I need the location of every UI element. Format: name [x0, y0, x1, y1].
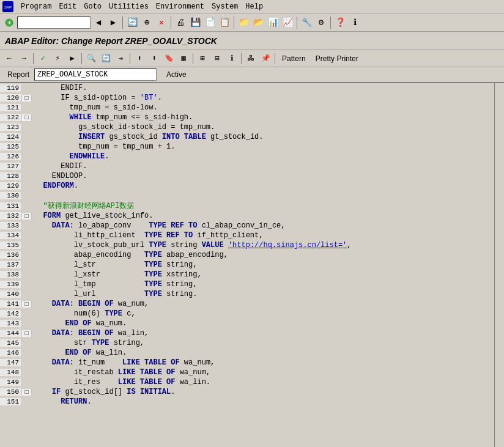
- table-row: 139 l_tmp TYPE string,: [0, 279, 494, 289]
- help-btn[interactable]: ❓: [333, 16, 347, 29]
- sep1: [122, 17, 123, 29]
- line-content: str TYPE string,: [32, 339, 494, 347]
- line-number: 131: [0, 202, 22, 210]
- table-row: 151 RETURN.: [0, 397, 494, 407]
- indent-btn[interactable]: ⇥: [114, 52, 127, 65]
- menu-program[interactable]: Program: [21, 2, 51, 11]
- merge-btn[interactable]: ⊟: [210, 52, 224, 65]
- table-row: 124 INSERT gs_stock_id INTO TABLE gt_sto…: [0, 132, 494, 142]
- btn5[interactable]: 📂: [251, 16, 265, 29]
- line-content: END OF wa_num.: [32, 319, 494, 328]
- table-row: 147 DATA: it_num LIKE TABLE OF wa_num,: [0, 358, 494, 368]
- info-btn[interactable]: ℹ: [348, 16, 361, 29]
- upload-btn[interactable]: ⬆: [133, 52, 146, 65]
- line-number: 123: [0, 124, 22, 131]
- line-number: 142: [0, 310, 22, 317]
- btn3[interactable]: ✕: [155, 16, 168, 29]
- line-content: FORM get_live_stock_info.: [32, 212, 494, 220]
- line-number: 145: [0, 339, 22, 347]
- save2-btn[interactable]: 📄: [203, 16, 217, 29]
- expand-icon[interactable]: □: [22, 301, 32, 308]
- menu-environment[interactable]: Environment: [156, 2, 204, 11]
- main-content: 119 ENDIF.120□ IF s_sid-option = 'BT'.12…: [0, 83, 504, 447]
- test-btn[interactable]: ▶: [65, 52, 79, 65]
- print-btn[interactable]: 🖨: [174, 16, 187, 29]
- download-btn[interactable]: ⬇: [147, 52, 161, 65]
- table-row: 119 ENDIF.: [0, 83, 494, 93]
- check-btn[interactable]: ✓: [36, 52, 50, 65]
- table-row: 129 ENDFORM.: [0, 181, 494, 191]
- line-number: 124: [0, 133, 22, 141]
- sep5: [330, 17, 331, 29]
- pattern-button[interactable]: Pattern: [278, 52, 310, 65]
- replace-btn[interactable]: 🔄: [99, 52, 113, 65]
- btn4[interactable]: 📁: [237, 16, 250, 29]
- table-row: 120□ IF s_sid-option = 'BT'.: [0, 93, 494, 103]
- table-row: 150□ IF gt_stock_id[] IS INITIAL.: [0, 387, 494, 397]
- code-scroll[interactable]: 119 ENDIF.120□ IF s_sid-option = 'BT'.12…: [0, 83, 494, 447]
- command-field[interactable]: [17, 17, 91, 29]
- btn9[interactable]: ⚙: [314, 16, 328, 29]
- menu-help[interactable]: Help: [245, 2, 263, 11]
- line-content: IF s_sid-option = 'BT'.: [32, 94, 494, 102]
- nav-back[interactable]: ◀: [92, 16, 105, 29]
- asep1: [33, 53, 34, 64]
- table-row: 142 num(6) TYPE c,: [0, 309, 494, 319]
- menu-system[interactable]: System: [212, 2, 238, 11]
- title-bar: ABAP Editor: Change Report ZREP_OOALV_ST…: [0, 32, 504, 50]
- table-row: 141□ DATA: BEGIN OF wa_num,: [0, 299, 494, 309]
- line-number: 122: [0, 114, 22, 121]
- right-scrollbar[interactable]: [494, 83, 504, 447]
- save-btn[interactable]: 💾: [188, 16, 202, 29]
- line-content: "获得新浪财经网络API数据: [32, 201, 494, 211]
- pretty-printer-button[interactable]: Pretty Printer: [311, 52, 363, 65]
- info2-btn[interactable]: ℹ: [225, 52, 239, 65]
- diff-btn[interactable]: ⊞: [196, 52, 209, 65]
- nav-right-btn[interactable]: →: [17, 52, 31, 65]
- table-row: 126 ENDWHILE.: [0, 152, 494, 161]
- nav-forward[interactable]: ▶: [106, 16, 120, 29]
- menu-goto[interactable]: Goto: [84, 2, 102, 11]
- nav-left-btn[interactable]: ←: [2, 52, 16, 65]
- line-number: 129: [0, 182, 22, 190]
- expand-icon[interactable]: □: [22, 95, 32, 102]
- btn7[interactable]: 📈: [281, 16, 294, 29]
- menu-edit[interactable]: Edit: [59, 2, 76, 11]
- line-number: 120: [0, 94, 22, 102]
- expand-icon[interactable]: □: [22, 330, 32, 337]
- sap-logo: SAP: [2, 1, 13, 12]
- block-btn[interactable]: ▦: [177, 52, 190, 65]
- line-number: 125: [0, 143, 22, 150]
- menu-utilities[interactable]: Utilities: [109, 2, 149, 11]
- line-number: 148: [0, 369, 22, 376]
- save3-btn[interactable]: 📋: [218, 16, 231, 29]
- table-row: 138 l_xstr TYPE xstring,: [0, 270, 494, 279]
- table-row: 136 abap_encoding TYPE abap_encoding,: [0, 250, 494, 260]
- activate-btn[interactable]: ⚡: [51, 52, 64, 65]
- expand-icon[interactable]: □: [22, 213, 32, 220]
- expand-icon[interactable]: □: [22, 389, 32, 396]
- line-content: DATA: it_num LIKE TABLE OF wa_num,: [32, 358, 494, 367]
- sep3: [234, 17, 234, 29]
- report-value[interactable]: ZREP_OOALV_STOCK: [34, 68, 157, 81]
- action-toolbar: ← → ✓ ⚡ ▶ 🔍 🔄 ⇥ ⬆ ⬇ 🔖 ▦ ⊞ ⊟ ℹ 🖧 📌 Patter…: [0, 50, 504, 67]
- table-row: 149 it_res LIKE TABLE OF wa_lin.: [0, 377, 494, 387]
- extra2-btn[interactable]: 📌: [259, 52, 272, 65]
- line-content: it_res LIKE TABLE OF wa_lin.: [32, 378, 494, 386]
- table-row: 130: [0, 191, 494, 201]
- extra-btn[interactable]: 🖧: [244, 52, 258, 65]
- line-content: IF gt_stock_id[] IS INITIAL.: [32, 388, 494, 396]
- btn2[interactable]: ⊕: [140, 16, 154, 29]
- back-button[interactable]: [2, 16, 16, 29]
- sep2: [171, 17, 171, 29]
- line-content: l_url TYPE string.: [32, 290, 494, 298]
- line-number: 130: [0, 192, 22, 199]
- line-content: l_str TYPE string,: [32, 260, 494, 269]
- btn6[interactable]: 📊: [266, 16, 280, 29]
- line-number: 126: [0, 153, 22, 160]
- bookmark-btn[interactable]: 🔖: [162, 52, 176, 65]
- expand-icon[interactable]: □: [22, 114, 32, 121]
- find-btn[interactable]: 🔍: [84, 52, 98, 65]
- btn8[interactable]: 🔧: [300, 16, 313, 29]
- refresh-btn[interactable]: 🔄: [125, 16, 139, 29]
